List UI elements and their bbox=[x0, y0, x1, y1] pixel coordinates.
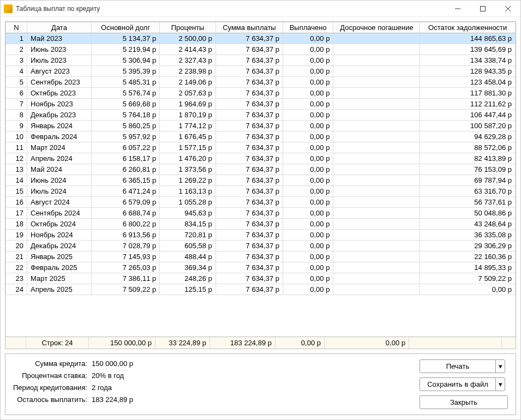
table-row[interactable]: 15Июль 20246 471,24 р1 163,13 р7 634,37 … bbox=[6, 186, 516, 197]
cell-principal: 7 145,93 р bbox=[92, 251, 160, 262]
save-to-file-button[interactable]: Сохранить в файл bbox=[420, 377, 496, 391]
cell-date: Август 2024 bbox=[27, 197, 92, 208]
cell-interest: 2 238,98 р bbox=[160, 66, 216, 77]
cell-principal: 5 576,74 р bbox=[92, 88, 160, 99]
cell-balance: 112 211,62 р bbox=[420, 99, 516, 110]
header-early[interactable]: Досрочное погашение bbox=[333, 22, 420, 33]
header-balance[interactable]: Остаток задолженности bbox=[420, 22, 516, 33]
cell-payment: 7 634,37 р bbox=[215, 251, 283, 262]
table-row[interactable]: 3Июль 20235 306,94 р2 327,43 р7 634,37 р… bbox=[6, 55, 516, 66]
cell-balance: 88 572,06 р bbox=[420, 142, 516, 153]
cell-early bbox=[333, 273, 420, 284]
header-n[interactable]: N bbox=[6, 22, 27, 33]
payment-table: N Дата Основной долг Проценты Сумма выпл… bbox=[5, 22, 516, 295]
cell-principal: 5 395,39 р bbox=[92, 66, 160, 77]
table-row[interactable]: 5Сентябрь 20235 485,31 р2 149,06 р7 634,… bbox=[6, 77, 516, 88]
header-payment[interactable]: Сумма выплаты bbox=[215, 22, 283, 33]
cell-balance: 117 881,30 р bbox=[420, 88, 516, 99]
table-row[interactable]: 21Январь 20257 145,93 р488,44 р7 634,37 … bbox=[6, 251, 516, 262]
cell-interest: 248,26 р bbox=[160, 273, 216, 284]
minimize-button[interactable] bbox=[445, 1, 470, 17]
cell-n: 1 bbox=[6, 33, 27, 44]
table-row[interactable]: 18Октябрь 20246 800,22 р834,15 р7 634,37… bbox=[6, 219, 516, 230]
cell-principal: 6 913,56 р bbox=[92, 230, 160, 241]
cell-n: 11 bbox=[6, 142, 27, 153]
save-dropdown-button[interactable]: ▾ bbox=[495, 377, 505, 391]
header-principal[interactable]: Основной долг bbox=[92, 22, 160, 33]
maximize-button[interactable] bbox=[470, 1, 495, 17]
cell-payment: 7 634,37 р bbox=[215, 131, 283, 142]
cell-early bbox=[333, 110, 420, 121]
summary-paid: 0,00 р bbox=[276, 337, 325, 349]
table-row[interactable]: 23Март 20257 386,11 р248,26 р7 634,37 р0… bbox=[6, 273, 516, 284]
cell-early bbox=[333, 44, 420, 55]
cell-early bbox=[333, 153, 420, 164]
loan-info: Сумма кредита: 150 000,00 р Процентная с… bbox=[13, 359, 133, 404]
close-window-button[interactable] bbox=[495, 1, 520, 17]
cell-payment: 7 634,37 р bbox=[215, 88, 283, 99]
cell-payment: 7 634,37 р bbox=[215, 33, 283, 44]
cell-principal: 7 386,11 р bbox=[92, 273, 160, 284]
cell-paid: 0,00 р bbox=[283, 219, 333, 230]
cell-principal: 5 485,31 р bbox=[92, 77, 160, 88]
table-row[interactable]: 20Декабрь 20247 028,79 р605,58 р7 634,37… bbox=[6, 241, 516, 251]
cell-balance: 7 509,22 р bbox=[420, 273, 516, 284]
cell-balance: 128 943,35 р bbox=[420, 66, 516, 77]
table-row[interactable]: 13Май 20246 260,81 р1 373,56 р7 634,37 р… bbox=[6, 164, 516, 175]
cell-date: Ноябрь 2024 bbox=[27, 230, 92, 241]
cell-interest: 1 373,56 р bbox=[160, 164, 216, 175]
cell-early bbox=[333, 77, 420, 88]
bottom-panel: Сумма кредита: 150 000,00 р Процентная с… bbox=[5, 353, 516, 415]
table-row[interactable]: 12Апрель 20246 158,17 р1 476,20 р7 634,3… bbox=[6, 153, 516, 164]
cell-date: Сентябрь 2024 bbox=[27, 208, 92, 219]
period-label: Период кредитования: bbox=[13, 383, 87, 392]
cell-n: 20 bbox=[6, 241, 27, 251]
cell-early bbox=[333, 55, 420, 66]
table-row[interactable]: 10Февраль 20245 957,92 р1 676,45 р7 634,… bbox=[6, 131, 516, 142]
cell-payment: 7 634,37 р bbox=[215, 175, 283, 186]
table-row[interactable]: 16Август 20246 579,09 р1 055,28 р7 634,3… bbox=[6, 197, 516, 208]
table-row[interactable]: 7Ноябрь 20235 669,68 р1 964,69 р7 634,37… bbox=[6, 99, 516, 110]
table-row[interactable]: 14Июнь 20246 365,15 р1 269,22 р7 634,37 … bbox=[6, 175, 516, 186]
summary-interest: 33 224,89 р bbox=[155, 337, 210, 349]
cell-date: Декабрь 2023 bbox=[27, 110, 92, 121]
cell-interest: 1 870,19 р bbox=[160, 110, 216, 121]
header-paid[interactable]: Выплачено bbox=[283, 22, 333, 33]
table-row[interactable]: 2Июнь 20235 219,94 р2 414,43 р7 634,37 р… bbox=[6, 44, 516, 55]
cell-principal: 5 764,18 р bbox=[92, 110, 160, 121]
cell-interest: 2 057,63 р bbox=[160, 88, 216, 99]
table-row[interactable]: 9Январь 20245 860,25 р1 774,12 р7 634,37… bbox=[6, 121, 516, 131]
cell-payment: 7 634,37 р bbox=[215, 186, 283, 197]
cell-payment: 7 634,37 р bbox=[215, 230, 283, 241]
table-row[interactable]: 11Март 20246 057,22 р1 577,15 р7 634,37 … bbox=[6, 142, 516, 153]
table-row[interactable]: 1Май 20235 134,37 р2 500,00 р7 634,37 р0… bbox=[6, 33, 516, 44]
titlebar: Таблица выплат по кредиту bbox=[1, 1, 520, 17]
cell-date: Сентябрь 2023 bbox=[27, 77, 92, 88]
table-row[interactable]: 6Октябрь 20235 576,74 р2 057,63 р7 634,3… bbox=[6, 88, 516, 99]
print-button[interactable]: Печать bbox=[420, 359, 496, 373]
cell-paid: 0,00 р bbox=[283, 88, 333, 99]
header-date[interactable]: Дата bbox=[27, 22, 92, 33]
header-interest[interactable]: Проценты bbox=[160, 22, 216, 33]
table-scroll-area[interactable]: N Дата Основной долг Проценты Сумма выпл… bbox=[5, 22, 516, 337]
cell-interest: 125,15 р bbox=[160, 284, 216, 295]
table-row[interactable]: 4Август 20235 395,39 р2 238,98 р7 634,37… bbox=[6, 66, 516, 77]
cell-interest: 1 055,28 р bbox=[160, 197, 216, 208]
table-row[interactable]: 8Декабрь 20235 764,18 р1 870,19 р7 634,3… bbox=[6, 110, 516, 121]
cell-principal: 6 365,15 р bbox=[92, 175, 160, 186]
table-row[interactable]: 19Ноябрь 20246 913,56 р720,81 р7 634,37 … bbox=[6, 230, 516, 241]
print-dropdown-button[interactable]: ▾ bbox=[495, 359, 505, 373]
table-row[interactable]: 17Сентябрь 20246 688,74 р945,63 р7 634,3… bbox=[6, 208, 516, 219]
cell-paid: 0,00 р bbox=[283, 186, 333, 197]
cell-paid: 0,00 р bbox=[283, 153, 333, 164]
cell-date: Июнь 2024 bbox=[27, 175, 92, 186]
cell-payment: 7 634,37 р bbox=[215, 273, 283, 284]
cell-interest: 1 476,20 р bbox=[160, 153, 216, 164]
table-row[interactable]: 22Февраль 20257 265,03 р369,34 р7 634,37… bbox=[6, 262, 516, 273]
table-row[interactable]: 24Апрель 20257 509,22 р125,15 р7 634,37 … bbox=[6, 284, 516, 295]
close-button[interactable]: Закрыть bbox=[420, 395, 508, 409]
cell-principal: 6 800,22 р bbox=[92, 219, 160, 230]
cell-balance: 94 629,28 р bbox=[420, 131, 516, 142]
cell-paid: 0,00 р bbox=[283, 208, 333, 219]
cell-interest: 369,34 р bbox=[160, 262, 216, 273]
